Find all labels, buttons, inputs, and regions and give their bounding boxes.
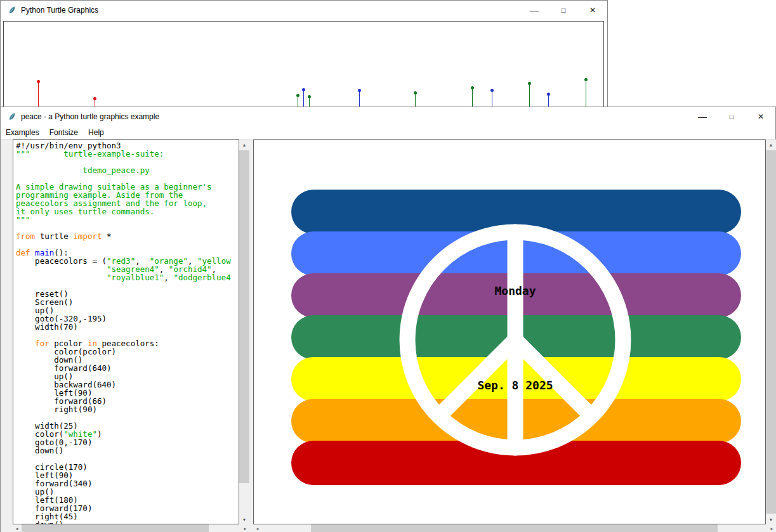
turtle-canvas-peace: Monday Sep. 8 2025 <box>254 140 765 524</box>
fg-minimize-button[interactable]: — <box>688 107 717 126</box>
scroll-left-arrow[interactable]: ◄ <box>13 524 21 532</box>
screen: Python Turtle Graphics — □ ✕ <box>0 0 776 532</box>
tk-feather-icon <box>8 112 16 121</box>
scroll-right-arrow[interactable]: ► <box>241 524 249 532</box>
code-line: """ <box>16 216 239 224</box>
code-vscrollbar[interactable]: ▲ ▼ <box>239 139 249 524</box>
tree-stem <box>586 80 586 107</box>
tree-top-dot <box>584 78 588 81</box>
fg-window: peace - a Python turtle graphics example… <box>0 107 776 532</box>
close-icon: ✕ <box>758 112 764 121</box>
tree-top-dot <box>308 95 311 98</box>
date-text: Sep. 8 2025 <box>477 379 553 392</box>
arrow-right-icon: ► <box>244 527 247 531</box>
tree-stem <box>415 93 416 107</box>
maximize-icon: □ <box>562 6 566 14</box>
fg-window-titlebar[interactable]: peace - a Python turtle graphics example… <box>1 107 775 126</box>
fg-maximize-button[interactable]: □ <box>717 107 746 126</box>
code-line: down() <box>16 446 239 455</box>
arrow-down-icon: ▼ <box>242 517 247 522</box>
tree-stem <box>303 90 304 107</box>
bg-close-button[interactable]: ✕ <box>578 1 607 20</box>
scroll-down-arrow[interactable]: ▼ <box>766 514 776 524</box>
arrow-up-icon: ▲ <box>769 143 773 147</box>
canvas-vscrollbar-thumb[interactable] <box>766 150 776 514</box>
turtle-canvas-bg <box>3 21 604 107</box>
fg-close-button[interactable]: ✕ <box>746 107 775 126</box>
scroll-right-arrow[interactable]: ► <box>768 524 776 532</box>
code-pane[interactable]: #!/usr/bin/env python3""" turtle-example… <box>13 139 239 524</box>
bg-window: Python Turtle Graphics — □ ✕ <box>0 0 608 107</box>
arrow-right-icon: ► <box>770 527 774 531</box>
code-line: """ turtle-example-suite: <box>16 150 239 158</box>
code-vscrollbar-thumb[interactable] <box>239 150 249 483</box>
arrow-down-icon: ▼ <box>769 517 773 522</box>
scroll-up-arrow[interactable]: ▲ <box>239 139 249 150</box>
menubar: Examples Fontsize Help <box>1 126 775 139</box>
arrow-left-icon: ◄ <box>15 527 19 531</box>
bg-window-title: Python Turtle Graphics <box>21 6 98 15</box>
bg-window-titlebar[interactable]: Python Turtle Graphics — □ ✕ <box>1 1 607 20</box>
tree-stem <box>38 82 39 107</box>
code-line: from turtle import * <box>16 232 239 240</box>
bg-minimize-button[interactable]: — <box>520 1 549 20</box>
scroll-down-arrow[interactable]: ▼ <box>239 514 249 524</box>
close-icon: ✕ <box>589 6 596 15</box>
code-line: "royalblue1", "dodgerblue4 <box>16 273 239 282</box>
canvas-vscrollbar[interactable]: ▲ ▼ <box>766 139 776 524</box>
tree-stem <box>309 97 310 107</box>
tree-top-dot <box>490 89 494 92</box>
minimize-icon: — <box>530 7 539 13</box>
tree-top-dot <box>471 86 474 89</box>
tree-stem <box>472 88 473 107</box>
tree-top-dot <box>547 93 550 96</box>
fg-window-controls: — □ ✕ <box>688 107 775 126</box>
scroll-left-arrow[interactable]: ◄ <box>253 524 261 532</box>
code-line: width(70) <box>16 323 239 331</box>
code-hscrollbar-thumb[interactable] <box>22 524 209 532</box>
menu-help[interactable]: Help <box>83 126 109 139</box>
tree-top-dot <box>296 94 299 97</box>
tree-stem <box>298 96 298 107</box>
tk-feather-icon <box>8 6 16 15</box>
code-line: it only uses turtle commands. <box>16 207 239 216</box>
tree-top-dot <box>528 82 531 85</box>
weekday-text: Monday <box>494 284 536 297</box>
code-line: tdemo_peace.py <box>16 166 239 174</box>
canvas-pane: Monday Sep. 8 2025 <box>253 139 766 524</box>
tree-top-dot <box>414 91 417 94</box>
tree-top-dot <box>37 80 40 83</box>
tree-stem <box>492 91 492 107</box>
tree-stem <box>359 91 360 107</box>
minimize-icon: — <box>698 114 707 120</box>
code-hscrollbar[interactable]: ◄ ► <box>13 524 249 532</box>
tree-stem <box>529 84 530 107</box>
code-lines: #!/usr/bin/env python3""" turtle-example… <box>16 141 239 524</box>
tree-top-dot <box>358 89 361 92</box>
fg-window-title: peace - a Python turtle graphics example <box>21 112 159 121</box>
canvas-hscrollbar[interactable]: ◄ ► <box>253 524 776 532</box>
tree-top-dot <box>93 97 96 100</box>
menu-examples[interactable]: Examples <box>1 126 44 139</box>
maximize-icon: □ <box>730 113 734 120</box>
bg-maximize-button[interactable]: □ <box>549 1 578 20</box>
arrow-up-icon: ▲ <box>242 143 247 147</box>
arrow-left-icon: ◄ <box>256 527 260 531</box>
content-area: #!/usr/bin/env python3""" turtle-example… <box>1 139 775 532</box>
code-line: right(90) <box>16 405 239 413</box>
scroll-up-arrow[interactable]: ▲ <box>766 139 776 150</box>
menu-fontsize[interactable]: Fontsize <box>44 126 83 139</box>
tree-stem <box>548 94 549 107</box>
canvas-hscrollbar-thumb[interactable] <box>311 524 718 532</box>
bg-window-controls: — □ ✕ <box>520 1 607 20</box>
tree-top-dot <box>302 88 305 91</box>
